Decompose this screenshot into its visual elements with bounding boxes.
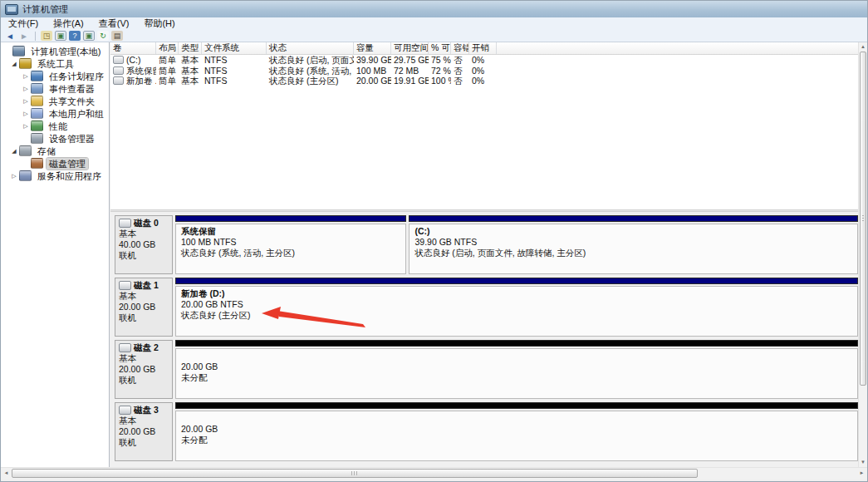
column-header-type[interactable]: 类型 <box>179 42 202 54</box>
partition-status-line: 状态良好 (启动, 页面文件, 故障转储, 主分区) <box>414 248 857 258</box>
device-manager-icon <box>31 133 43 144</box>
scroll-up-icon[interactable]: ▲ <box>859 42 867 52</box>
volume-name-cell: 系统保留 <box>110 66 156 76</box>
partition-block[interactable]: 新加卷 (D:) 20.00 GB NTFS 状态良好 (主分区) <box>175 278 858 337</box>
volume-row[interactable]: 系统保留 简单 基本 NTFS 状态良好 (系统, 活动, 主分区) 100 M… <box>110 66 858 76</box>
column-header-fs[interactable]: 文件系统 <box>202 42 267 54</box>
tree-item-label: 服务和应用程序 <box>35 170 104 182</box>
partition-body[interactable]: 20.00 GB 未分配 <box>175 411 858 461</box>
partition-body[interactable]: 20.00 GB 未分配 <box>175 348 858 399</box>
layout-cell: 简单 <box>156 76 179 86</box>
column-header-volume[interactable]: 卷 <box>110 42 156 54</box>
toolbar-icon[interactable]: ▣ <box>55 31 66 41</box>
partition-body[interactable]: (C:) 39.90 GB NTFS 状态良好 (启动, 页面文件, 故障转储,… <box>409 224 858 274</box>
free-cell: 29.75 GB <box>391 55 429 66</box>
forward-icon[interactable]: ► <box>18 31 30 42</box>
disk-row: 磁盘 1 基本 20.00 GB 联机 新加卷 (D:) 20.00 GB NT… <box>115 278 858 337</box>
volume-row[interactable]: 新加卷 ... 简单 基本 NTFS 状态良好 (主分区) 20.00 GB 1… <box>110 76 858 86</box>
storage-icon <box>19 145 32 156</box>
menu-item[interactable]: 查看(V) <box>91 17 137 30</box>
column-header-capacity[interactable]: 容量 <box>354 42 391 54</box>
volume-list-header: 卷 布局 类型 文件系统 状态 容量 可用空间 % 可用 容错 开销 <box>110 42 858 55</box>
menu-item[interactable]: 帮助(H) <box>136 17 182 30</box>
disk-icon <box>119 406 131 415</box>
tree-expander-icon[interactable]: ◢ <box>9 148 19 155</box>
horizontal-scrollbar-thumb[interactable] <box>12 469 698 478</box>
partition-block[interactable]: (C:) 39.90 GB NTFS 状态良好 (启动, 页面文件, 故障转储,… <box>409 215 858 274</box>
disk-row: 磁盘 2 基本 20.00 GB 联机 20.00 GB 未分配 <box>115 340 858 399</box>
services-applications-icon <box>19 170 32 181</box>
toolbar-icon[interactable]: ▣ <box>83 31 95 41</box>
disk-name: 磁盘 0 <box>134 218 159 229</box>
tree-item[interactable]: ▷ 服务和应用程序 <box>1 170 109 182</box>
layout-cell: 简单 <box>156 55 179 66</box>
partition-color-bar <box>409 215 858 222</box>
partition-body[interactable]: 新加卷 (D:) 20.00 GB NTFS 状态良好 (主分区) <box>175 286 858 337</box>
disk-label-box[interactable]: 磁盘 2 基本 20.00 GB 联机 <box>115 340 173 399</box>
partition-body[interactable]: 系统保留 100 MB NTFS 状态良好 (系统, 活动, 主分区) <box>175 224 406 274</box>
scroll-right-icon[interactable]: ► <box>856 468 867 479</box>
free-cell: 72 MB <box>391 66 429 76</box>
toolbar-icon[interactable]: ↻ <box>97 31 109 41</box>
toolbar-icon[interactable]: ? <box>69 31 81 41</box>
window-title: 计算机管理 <box>22 3 68 16</box>
tree-expander-icon[interactable]: ▷ <box>21 73 31 80</box>
disk-label-box[interactable]: 磁盘 0 基本 40.00 GB 联机 <box>115 215 173 274</box>
disk-label-box[interactable]: 磁盘 3 基本 20.00 GB 联机 <box>115 402 173 461</box>
tree-item[interactable]: ▷ 事件查看器 <box>1 82 109 95</box>
tree-item-label: 本地用户和组 <box>47 108 106 120</box>
column-header-overhead[interactable]: 开销 <box>469 42 497 54</box>
tree-item[interactable]: ◢ 系统工具 <box>1 57 109 70</box>
tree-expander-icon[interactable]: ▷ <box>21 86 31 92</box>
tree-expander-icon[interactable]: ▷ <box>21 98 31 105</box>
back-icon[interactable]: ◄ <box>4 31 16 42</box>
column-header-pct-free[interactable]: % 可用 <box>429 42 451 54</box>
partition-block[interactable]: 20.00 GB 未分配 <box>175 340 858 399</box>
toolbar-icon[interactable]: ▤ <box>111 31 123 41</box>
partition-block[interactable]: 20.00 GB 未分配 <box>175 402 858 461</box>
menu-item[interactable]: 操作(A) <box>46 17 91 30</box>
volume-row[interactable]: (C:) 简单 基本 NTFS 状态良好 (启动, 页面文件, 故障转储, 主分… <box>110 55 858 66</box>
scroll-down-icon[interactable]: ▼ <box>859 458 867 467</box>
column-header-status[interactable]: 状态 <box>267 42 354 54</box>
disk-size: 20.00 GB <box>119 302 169 312</box>
horizontal-scrollbar[interactable]: ◄ ► <box>1 467 867 479</box>
tree-expander-icon[interactable]: ◢ <box>9 61 19 67</box>
partition-area: 新加卷 (D:) 20.00 GB NTFS 状态良好 (主分区) <box>175 278 858 337</box>
tree-item[interactable]: ▷ 共享文件夹 <box>1 95 109 107</box>
tree-expander-icon[interactable]: ▷ <box>21 123 31 130</box>
overhead-cell: 0% <box>469 66 497 76</box>
column-header-layout[interactable]: 布局 <box>156 42 179 54</box>
disk-graphical-pane: 磁盘 0 基本 40.00 GB 联机 系统保留 100 MB NTFS 状态 <box>110 212 858 467</box>
vertical-scrollbar[interactable]: ▲ ▼ <box>858 42 867 467</box>
volume-list-pane: 卷 布局 类型 文件系统 状态 容量 可用空间 % 可用 容错 开销 (C:) … <box>110 42 858 209</box>
vertical-scrollbar-thumb[interactable] <box>860 52 866 386</box>
scroll-left-icon[interactable]: ◄ <box>1 468 12 479</box>
disk-status: 联机 <box>119 312 169 323</box>
disk-row: 磁盘 0 基本 40.00 GB 联机 系统保留 100 MB NTFS 状态 <box>115 215 858 274</box>
tree-item[interactable]: 设备管理器 <box>1 132 109 145</box>
column-header-fault[interactable]: 容错 <box>451 42 469 54</box>
computer-management-window: 计算机管理 文件(F) 操作(A) 查看(V) 帮助(H) ◄ ► ◳ ▣ ? … <box>0 0 868 482</box>
tree-item[interactable]: 计算机管理(本地) <box>1 45 109 57</box>
tree-item[interactable]: 磁盘管理 <box>1 157 109 170</box>
console-tree: 计算机管理(本地) ◢ 系统工具 ▷ 任务计划程序 ▷ 事件查看器 ▷ <box>1 42 110 467</box>
tree-item[interactable]: ▷ 性能 <box>1 120 109 132</box>
system-tools-icon <box>19 58 32 69</box>
tree-expander-icon[interactable]: ▷ <box>9 173 19 180</box>
menu-item[interactable]: 文件(F) <box>1 17 46 30</box>
partition-title <box>181 413 857 424</box>
tree-item[interactable]: ▷ 本地用户和组 <box>1 107 109 120</box>
tree-item-label: 计算机管理(本地) <box>28 46 103 57</box>
free-cell: 19.91 GB <box>391 76 429 86</box>
tree-item[interactable]: ◢ 存储 <box>1 145 109 157</box>
toolbar-icon[interactable]: ◳ <box>41 31 52 41</box>
tree-expander-icon[interactable]: ▷ <box>21 111 31 117</box>
partition-block[interactable]: 系统保留 100 MB NTFS 状态良好 (系统, 活动, 主分区) <box>175 215 406 274</box>
capacity-cell: 39.90 GB <box>354 55 391 66</box>
tree-item[interactable]: ▷ 任务计划程序 <box>1 70 109 82</box>
column-header-free[interactable]: 可用空间 <box>391 42 429 54</box>
disk-label-box[interactable]: 磁盘 1 基本 20.00 GB 联机 <box>115 278 173 337</box>
disk-icon <box>119 343 131 352</box>
partition-color-bar <box>175 278 858 284</box>
